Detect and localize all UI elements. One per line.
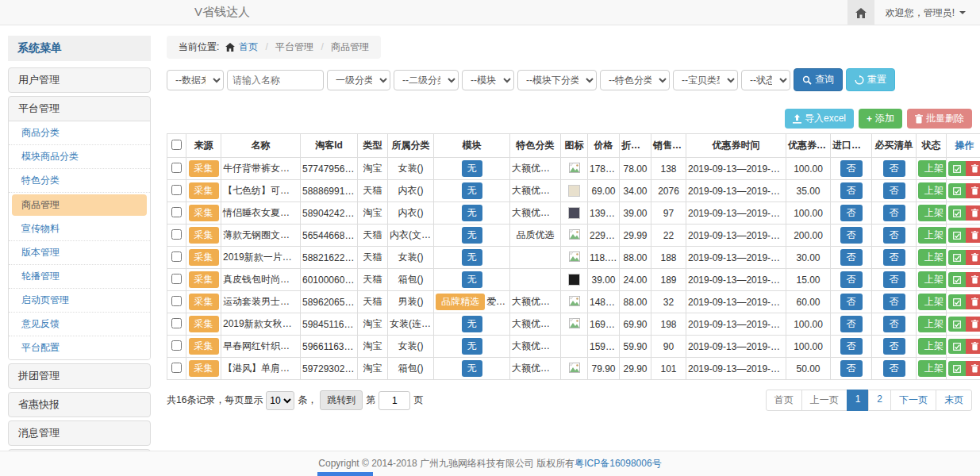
- import-toggle-button[interactable]: 否: [840, 249, 863, 266]
- edit-button[interactable]: [948, 250, 966, 265]
- mustbuy-toggle-button[interactable]: 否: [883, 271, 905, 288]
- mustbuy-toggle-button[interactable]: 否: [883, 249, 905, 266]
- breadcrumb-home-link[interactable]: 首页: [239, 41, 258, 52]
- pager-button-下一页[interactable]: 下一页: [890, 390, 936, 411]
- delete-button[interactable]: [966, 228, 980, 243]
- sidebar-subitem-启动页管理[interactable]: 启动页管理: [9, 289, 150, 313]
- delete-button[interactable]: [966, 183, 980, 198]
- delete-button[interactable]: [966, 272, 980, 287]
- status-button[interactable]: 上架: [918, 182, 947, 199]
- status-button[interactable]: 上架: [918, 316, 947, 332]
- pager-button-上一页[interactable]: 上一页: [801, 390, 847, 411]
- module-sub-select[interactable]: --模块下分类--: [517, 70, 597, 90]
- import-excel-button[interactable]: 导入excel: [785, 109, 854, 129]
- delete-button[interactable]: [966, 161, 980, 176]
- row-checkbox[interactable]: [171, 363, 182, 373]
- level2-category-select[interactable]: --二级分类--: [394, 70, 459, 90]
- pager-button-2[interactable]: 2: [868, 390, 891, 411]
- status-button[interactable]: 上架: [918, 160, 947, 177]
- sidebar-subitem-特色分类[interactable]: 特色分类: [9, 169, 150, 193]
- sidebar-item-用户管理[interactable]: 用户管理: [9, 68, 150, 92]
- delete-button[interactable]: [966, 317, 980, 332]
- delete-button[interactable]: [966, 294, 980, 309]
- mustbuy-toggle-button[interactable]: 否: [883, 205, 905, 221]
- edit-button[interactable]: [948, 317, 966, 332]
- edit-button[interactable]: [948, 272, 966, 287]
- row-checkbox[interactable]: [171, 318, 182, 328]
- sidebar-subitem-商品管理[interactable]: 商品管理: [12, 194, 147, 216]
- mustbuy-toggle-button[interactable]: 否: [883, 227, 905, 244]
- sidebar-subitem-意见反馈[interactable]: 意见反馈: [9, 313, 150, 336]
- sidebar-item-消息管理[interactable]: 消息管理: [9, 421, 150, 445]
- jump-button[interactable]: 跳转到: [320, 390, 363, 410]
- select-all-checkbox[interactable]: [171, 140, 182, 150]
- mustbuy-toggle-button[interactable]: 否: [883, 360, 905, 377]
- mustbuy-toggle-button[interactable]: 否: [883, 338, 905, 355]
- edit-button[interactable]: [948, 205, 966, 221]
- edit-button[interactable]: [948, 161, 966, 176]
- sidebar-item-省惠快报[interactable]: 省惠快报: [9, 393, 150, 416]
- horizontal-scrollbar-thumb[interactable]: [317, 472, 373, 476]
- mustbuy-toggle-button[interactable]: 否: [883, 160, 905, 177]
- user-dropdown[interactable]: 欢迎您，管理员!: [874, 6, 980, 20]
- edit-button[interactable]: [948, 294, 966, 309]
- row-checkbox[interactable]: [171, 296, 182, 306]
- row-checkbox[interactable]: [171, 207, 182, 217]
- status-button[interactable]: 上架: [918, 249, 947, 266]
- icp-link[interactable]: 粤ICP备16098006号: [575, 457, 661, 470]
- edit-button[interactable]: [948, 339, 966, 354]
- delete-button[interactable]: [966, 205, 980, 221]
- status-button[interactable]: 上架: [918, 271, 947, 288]
- row-checkbox[interactable]: [171, 185, 182, 195]
- item-type-select[interactable]: --宝贝类型--: [673, 70, 738, 90]
- level1-category-select[interactable]: 一级分类: [327, 70, 390, 90]
- batch-delete-button[interactable]: 批量删除: [907, 109, 972, 129]
- status-button[interactable]: 上架: [918, 338, 947, 355]
- mustbuy-toggle-button[interactable]: 否: [883, 294, 905, 310]
- row-checkbox[interactable]: [171, 163, 182, 173]
- edit-button[interactable]: [948, 361, 966, 376]
- per-page-select[interactable]: 10: [266, 391, 294, 410]
- query-button[interactable]: 查询: [794, 68, 843, 91]
- mustbuy-toggle-button[interactable]: 否: [883, 182, 905, 199]
- sidebar-subitem-模块商品分类[interactable]: 模块商品分类: [9, 145, 150, 169]
- import-toggle-button[interactable]: 否: [840, 360, 863, 377]
- page-number-input[interactable]: [379, 391, 410, 410]
- import-toggle-button[interactable]: 否: [840, 160, 863, 177]
- delete-button[interactable]: [966, 250, 980, 265]
- home-button[interactable]: [847, 0, 874, 25]
- reset-button[interactable]: 重置: [846, 68, 895, 91]
- import-toggle-button[interactable]: 否: [840, 316, 863, 332]
- sidebar-subitem-版本管理[interactable]: 版本管理: [9, 241, 150, 265]
- status-button[interactable]: 上架: [918, 205, 947, 221]
- status-select[interactable]: --状态--: [741, 70, 790, 90]
- row-checkbox[interactable]: [171, 340, 182, 351]
- pager-button-首页[interactable]: 首页: [766, 390, 802, 411]
- pager-button-末页[interactable]: 末页: [936, 390, 972, 411]
- feature-category-select[interactable]: --特色分类--: [600, 70, 670, 90]
- module-select[interactable]: --模块--: [462, 70, 514, 90]
- row-checkbox[interactable]: [171, 229, 182, 240]
- row-checkbox[interactable]: [171, 274, 182, 284]
- import-toggle-button[interactable]: 否: [840, 205, 863, 221]
- status-button[interactable]: 上架: [918, 294, 947, 310]
- pager-button-1[interactable]: 1: [847, 390, 870, 411]
- edit-button[interactable]: [948, 228, 966, 243]
- import-toggle-button[interactable]: 否: [840, 271, 863, 288]
- data-source-select[interactable]: --数据来源--: [167, 70, 224, 90]
- add-button[interactable]: + 添加: [859, 109, 902, 129]
- mustbuy-toggle-button[interactable]: 否: [883, 316, 905, 332]
- status-button[interactable]: 上架: [918, 360, 947, 377]
- delete-button[interactable]: [966, 339, 980, 354]
- import-toggle-button[interactable]: 否: [840, 294, 863, 310]
- sidebar-subitem-轮播管理[interactable]: 轮播管理: [9, 265, 150, 289]
- row-checkbox[interactable]: [171, 251, 182, 262]
- sidebar-subitem-宣传物料[interactable]: 宣传物料: [9, 217, 150, 241]
- delete-button[interactable]: [966, 361, 980, 376]
- import-toggle-button[interactable]: 否: [840, 227, 863, 244]
- sidebar-subitem-商品分类[interactable]: 商品分类: [9, 121, 150, 145]
- edit-button[interactable]: [948, 183, 966, 198]
- status-button[interactable]: 上架: [918, 227, 947, 244]
- import-toggle-button[interactable]: 否: [840, 338, 863, 355]
- name-search-input[interactable]: [227, 70, 324, 90]
